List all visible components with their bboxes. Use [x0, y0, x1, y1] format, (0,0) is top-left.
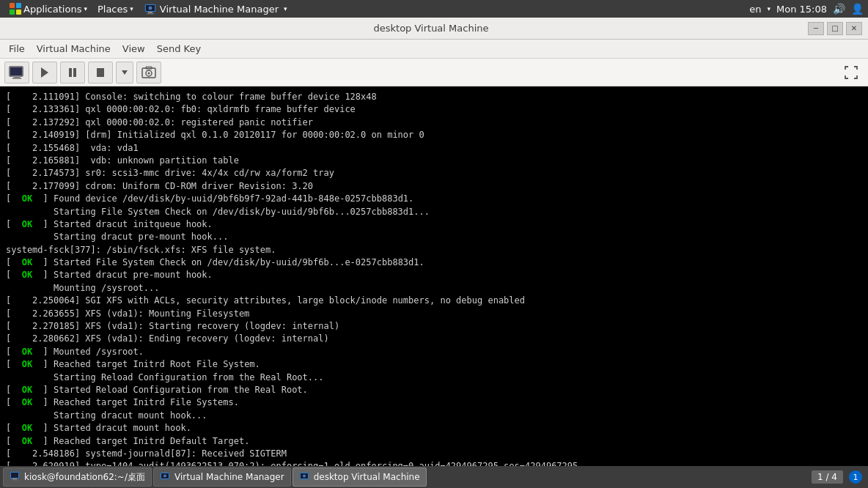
terminal-line: [ 2.174573] sr0: scsi3-mmc drive: 4x/4x …	[6, 167, 862, 180]
terminal-line: [ OK ] Started dracut initqueue hook.	[6, 218, 862, 231]
svg-rect-2	[10, 10, 15, 15]
svg-rect-12	[12, 78, 21, 79]
locale-label: en	[749, 4, 761, 15]
svg-rect-24	[12, 478, 17, 480]
top-bar-right: en ▾ Mon 15:08 🔊 👤	[749, 3, 864, 15]
svg-rect-5	[148, 12, 152, 13]
svg-rect-0	[10, 3, 15, 8]
menu-virtual-machine[interactable]: Virtual Machine	[31, 40, 117, 58]
svg-rect-25	[11, 480, 18, 481]
terminal-line: Starting File System Check on /dev/disk/…	[6, 206, 862, 218]
svg-rect-6	[147, 13, 154, 15]
applications-arrow: ▾	[84, 5, 87, 12]
restore-button[interactable]: □	[827, 22, 843, 35]
svg-rect-11	[14, 76, 20, 78]
page-indicator: 1 / 4	[812, 470, 843, 484]
page-indicator-text: 1 / 4	[817, 472, 837, 482]
window-controls: − □ ✕	[808, 22, 862, 35]
terminal-line: Starting Reload Configuration from the R…	[6, 371, 862, 384]
notification-count: 1	[853, 473, 858, 482]
screenshot-button[interactable]	[136, 62, 161, 84]
toolbar-left	[4, 62, 161, 84]
terminal-line: Mounting /sysroot...	[6, 282, 862, 295]
places-menu[interactable]: Places ▾	[93, 0, 138, 18]
svg-point-31	[303, 475, 306, 478]
terminal-line: [ OK ] Reached target Initrd Root File S…	[6, 358, 862, 371]
play-button[interactable]	[32, 62, 57, 84]
taskbar-item-desktop-vm[interactable]: desktop Virtual Machine	[293, 467, 427, 487]
taskbar-right: 1 / 4 1	[812, 470, 865, 484]
applications-menu[interactable]: Applications ▾	[4, 0, 92, 18]
svg-point-8	[148, 7, 152, 10]
top-bar-left: Applications ▾ Places ▾ Virtual Machine …	[4, 0, 292, 18]
terminal-line: [ OK ] Reached target Initrd Default Tar…	[6, 435, 862, 448]
terminal-line: [ OK ] Started Reload Configuration from…	[6, 384, 862, 396]
taskbar-item-desktop-vm-label: desktop Virtual Machine	[314, 472, 420, 482]
menu-bar: File Virtual Machine View Send Key	[0, 40, 868, 59]
terminal-line: [ 2.250064] SGI XFS with ACLs, security …	[6, 295, 862, 307]
terminal-line: [ OK ] Started dracut pre-mount hook.	[6, 269, 862, 281]
terminal[interactable]: [ 2.111091] Console: switching to colour…	[0, 86, 868, 466]
vmm-menu[interactable]: Virtual Machine Manager ▾	[139, 0, 292, 18]
terminal-line: [ 2.140919] [drm] Initialized qxl 0.1.0 …	[6, 129, 862, 141]
svg-rect-10	[10, 67, 22, 75]
taskbar-item-desktop[interactable]: kiosk@foundation62:~/桌面	[3, 467, 152, 487]
terminal-line: [ OK ] Found device /dev/disk/by-uuid/9b…	[6, 193, 862, 205]
terminal-line: [ 2.263655] XFS (vda1): Mounting Filesys…	[6, 308, 862, 320]
svg-rect-3	[16, 10, 21, 15]
monitor-button[interactable]	[4, 62, 29, 84]
terminal-line: [ 2.165881] vdb: unknown partition table	[6, 155, 862, 167]
terminal-line: [ 2.137292] qxl 0000:00:02.0: registered…	[6, 117, 862, 129]
terminal-line: [ OK ] Started File System Check on /dev…	[6, 256, 862, 269]
svg-rect-15	[73, 68, 76, 77]
terminal-line: [ 2.155468] vda: vda1	[6, 142, 862, 155]
terminal-line: [ 2.177099] cdrom: Uniform CD-ROM driver…	[6, 180, 862, 193]
pause-button[interactable]	[60, 62, 85, 84]
svg-rect-14	[69, 68, 72, 77]
minimize-button[interactable]: −	[808, 22, 824, 35]
window-title-bar: desktop Virtual Machine − □ ✕	[0, 18, 868, 40]
terminal-line: systemd-fsck[377]: /sbin/fsck.xfs: XFS f…	[6, 244, 862, 256]
terminal-line: [ OK ] Mounted /sysroot.	[6, 346, 862, 358]
terminal-line: [ OK ] Reached target Initrd File System…	[6, 396, 862, 409]
vmm-label: Virtual Machine Manager	[160, 4, 279, 15]
terminal-line: [ 2.548186] systemd-journald[87]: Receiv…	[6, 448, 862, 460]
volume-icon[interactable]: 🔊	[833, 3, 845, 15]
taskbar: kiosk@foundation62:~/桌面 Virtual Machine …	[0, 466, 868, 488]
notification-badge[interactable]: 1	[849, 470, 862, 484]
menu-send-key[interactable]: Send Key	[151, 40, 207, 58]
clock: Mon 15:08	[776, 4, 827, 15]
svg-rect-23	[11, 473, 18, 478]
svg-rect-16	[97, 68, 104, 77]
terminal-line: Starting dracut mount hook...	[6, 410, 862, 422]
places-arrow: ▾	[130, 5, 133, 12]
taskbar-left: kiosk@foundation62:~/桌面 Virtual Machine …	[3, 467, 427, 487]
toolbar	[0, 59, 868, 86]
taskbar-item-vmm-label: Virtual Machine Manager	[174, 472, 284, 482]
svg-rect-1	[16, 3, 21, 8]
menu-view[interactable]: View	[117, 40, 151, 58]
toolbar-right	[839, 62, 864, 84]
places-label: Places	[98, 4, 128, 15]
terminal-line: Starting dracut pre-mount hook...	[6, 231, 862, 243]
vmm-arrow: ▾	[284, 5, 287, 12]
power-dropdown[interactable]	[116, 62, 133, 84]
taskbar-item-vmm[interactable]: Virtual Machine Manager	[153, 467, 291, 487]
terminal-line: [ 2.111091] Console: switching to colour…	[6, 91, 862, 103]
fullscreen-button[interactable]	[839, 62, 864, 84]
top-system-bar: Applications ▾ Places ▾ Virtual Machine …	[0, 0, 868, 18]
svg-point-28	[163, 475, 166, 478]
taskbar-item-desktop-label: kiosk@foundation62:~/桌面	[24, 471, 145, 484]
window-title: desktop Virtual Machine	[54, 23, 808, 34]
menu-file[interactable]: File	[3, 40, 31, 58]
applications-label: Applications	[23, 4, 81, 15]
svg-marker-17	[122, 70, 128, 75]
close-button[interactable]: ✕	[846, 22, 862, 35]
locale-arrow: ▾	[767, 5, 770, 12]
user-icon[interactable]: 👤	[851, 3, 864, 15]
terminal-line: [ 2.270185] XFS (vda1): Starting recover…	[6, 320, 862, 333]
stop-button[interactable]	[88, 62, 113, 84]
terminal-line: [ 2.620919] type=1404 audit(1493622513.0…	[6, 460, 862, 466]
svg-point-20	[148, 72, 150, 74]
terminal-line: [ 2.133361] qxl 0000:00:02.0: fb0: qxldr…	[6, 103, 862, 116]
